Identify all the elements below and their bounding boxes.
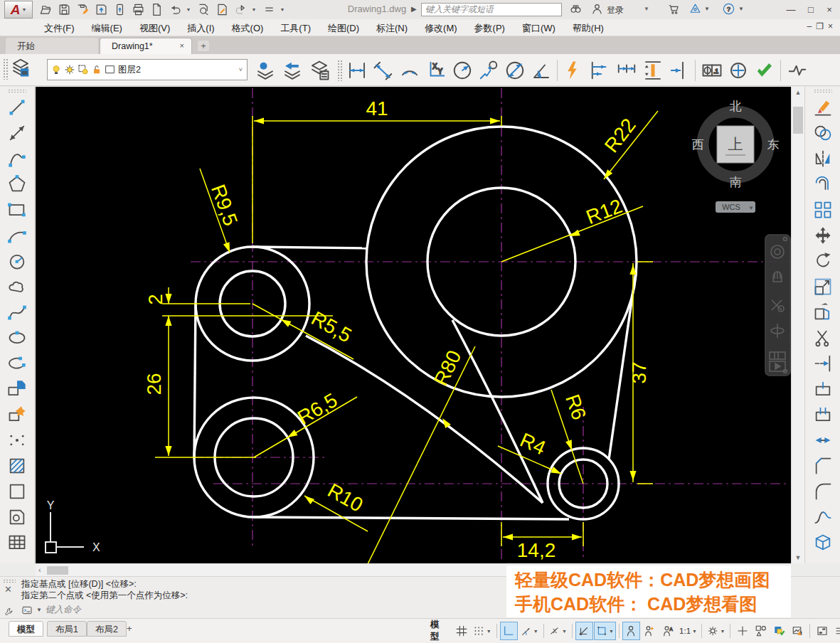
tab-close-icon[interactable]: ×: [180, 41, 184, 50]
status-annot-vis-toggle[interactable]: [622, 622, 640, 640]
menu-modify[interactable]: 修改(M): [416, 19, 466, 38]
menu-view[interactable]: 视图(V): [131, 19, 179, 38]
dim-jog-line-button[interactable]: [785, 57, 809, 84]
wcs-label[interactable]: WCS: [722, 203, 740, 211]
dim-jogged-button[interactable]: [476, 57, 501, 84]
status-tray-plus-toggle[interactable]: [733, 622, 751, 640]
status-annot-auto-toggle[interactable]: [641, 622, 659, 640]
status-hw-accel-toggle[interactable]: [770, 622, 788, 640]
trim-button[interactable]: [805, 325, 840, 351]
tab-drawing1[interactable]: Drawing1* ×: [100, 38, 192, 54]
layout-tab-layout2[interactable]: 布局2: [87, 621, 127, 637]
dim-ordinate-button[interactable]: XY: [423, 57, 448, 84]
insert-block-button[interactable]: [0, 376, 34, 402]
menu-window[interactable]: 窗口(W): [514, 19, 564, 38]
redo-button[interactable]: [232, 1, 249, 17]
dim-tolerance-button[interactable]: .1: [699, 57, 724, 84]
print-button[interactable]: [129, 1, 147, 17]
polyline-button[interactable]: [0, 146, 34, 171]
menu-tools[interactable]: 工具(T): [272, 19, 319, 38]
store-cart-icon[interactable]: [667, 2, 681, 18]
table-button[interactable]: [0, 530, 34, 556]
layer-previous-button[interactable]: [280, 58, 304, 83]
status-annot-all-toggle[interactable]: A: [659, 622, 677, 640]
make-object-layer-current-button[interactable]: [253, 58, 277, 83]
dim-continue-button[interactable]: [614, 57, 639, 84]
layout-tab-model[interactable]: 模型: [9, 621, 43, 637]
horizontal-scrollbar[interactable]: ‹: [36, 563, 506, 576]
status-isodraft-toggle[interactable]: ▼: [547, 622, 569, 640]
fillet-button[interactable]: [805, 479, 840, 504]
document-window-controls[interactable]: –❐×: [807, 21, 837, 31]
offset-button[interactable]: [805, 171, 840, 197]
scale-button[interactable]: [805, 274, 840, 299]
toolbar-grip[interactable]: [814, 89, 832, 93]
menu-help[interactable]: 帮助(H): [564, 19, 612, 38]
status-scale-toggle[interactable]: 1:1▼: [678, 622, 698, 640]
horizontal-scroll-thumb[interactable]: [47, 566, 68, 575]
move-button[interactable]: [805, 223, 840, 248]
hatch-button[interactable]: [0, 453, 34, 479]
stretch-button[interactable]: [805, 299, 840, 325]
command-input-row[interactable]: ▼ 键入命令: [21, 604, 81, 616]
close-button[interactable]: ×: [820, 1, 839, 17]
menu-dimension[interactable]: 标注(N): [368, 19, 416, 38]
vertical-scroll-thumb[interactable]: [793, 107, 803, 134]
layer-properties-button[interactable]: [307, 58, 331, 83]
status-clean-screen-toggle[interactable]: !: [789, 622, 807, 640]
dim-spacing-button[interactable]: [640, 57, 665, 84]
construction-line-button[interactable]: [0, 120, 34, 146]
user-icon[interactable]: [590, 2, 604, 18]
new-layout-button[interactable]: +: [127, 623, 132, 634]
tab-start[interactable]: 开始: [6, 38, 98, 54]
minimize-button[interactable]: —: [782, 1, 800, 17]
layer-panel-button[interactable]: [10, 57, 31, 80]
help-search-input[interactable]: 键入关键字或短语: [421, 3, 562, 16]
toolbar-grip[interactable]: [8, 89, 26, 93]
viewcube-top-face[interactable]: 上: [728, 136, 743, 152]
toolbar-grip[interactable]: [3, 58, 9, 80]
status-menu-toggle[interactable]: [831, 622, 840, 640]
viewcube-west[interactable]: 西: [692, 138, 704, 152]
erase-button[interactable]: [805, 95, 840, 120]
a360-icon[interactable]: [689, 2, 702, 18]
circle-button[interactable]: [0, 248, 34, 274]
scroll-up-icon[interactable]: ▲: [792, 89, 804, 96]
help-dropdown-icon[interactable]: ▼: [738, 6, 744, 12]
line-button[interactable]: [0, 95, 34, 120]
region-button[interactable]: [0, 504, 34, 530]
folder-open-button[interactable]: [37, 1, 54, 17]
menu-draw[interactable]: 绘图(D): [319, 19, 368, 38]
send-mobile-button[interactable]: [111, 1, 128, 17]
mirror-button[interactable]: [805, 146, 840, 171]
spline-button[interactable]: [0, 299, 34, 325]
model-space-toggle[interactable]: 模型: [425, 622, 452, 640]
ellipse-arc-button[interactable]: [0, 351, 34, 376]
extend-button[interactable]: [805, 351, 840, 376]
menu-file[interactable]: 文件(F): [36, 19, 83, 38]
rectangle-button[interactable]: [0, 197, 34, 223]
a360-dropdown-icon[interactable]: ▼: [704, 6, 710, 12]
status-settings-toggle[interactable]: ▼: [705, 622, 727, 640]
status-polar-toggle[interactable]: ▼: [519, 622, 541, 640]
menu-format[interactable]: 格式(O): [223, 19, 272, 38]
vertical-scrollbar[interactable]: ▲ ▼: [791, 87, 804, 563]
maximize-button[interactable]: □: [802, 1, 820, 17]
app-logo[interactable]: A▼: [4, 1, 33, 18]
status-grid-toggle[interactable]: [452, 622, 470, 640]
polygon-button[interactable]: [0, 171, 34, 197]
viewcube-south[interactable]: 南: [730, 176, 742, 189]
ellipse-button[interactable]: [0, 325, 34, 351]
layer-dropdown[interactable]: 图层2 ˅: [47, 59, 248, 80]
export-button[interactable]: [92, 1, 110, 17]
save-button[interactable]: [55, 1, 73, 17]
scroll-down-icon[interactable]: ▼: [792, 554, 804, 561]
login-button[interactable]: 登录: [607, 4, 624, 16]
dim-break-button[interactable]: [666, 57, 691, 84]
save-as-button[interactable]: [74, 1, 91, 17]
dim-arc-length-button[interactable]: [397, 57, 422, 84]
login-dropdown-icon[interactable]: ▼: [644, 6, 649, 12]
layout-tab-layout1[interactable]: 布局1: [47, 621, 87, 637]
break-at-point-button[interactable]: [805, 376, 840, 402]
more-button[interactable]: [260, 1, 277, 17]
